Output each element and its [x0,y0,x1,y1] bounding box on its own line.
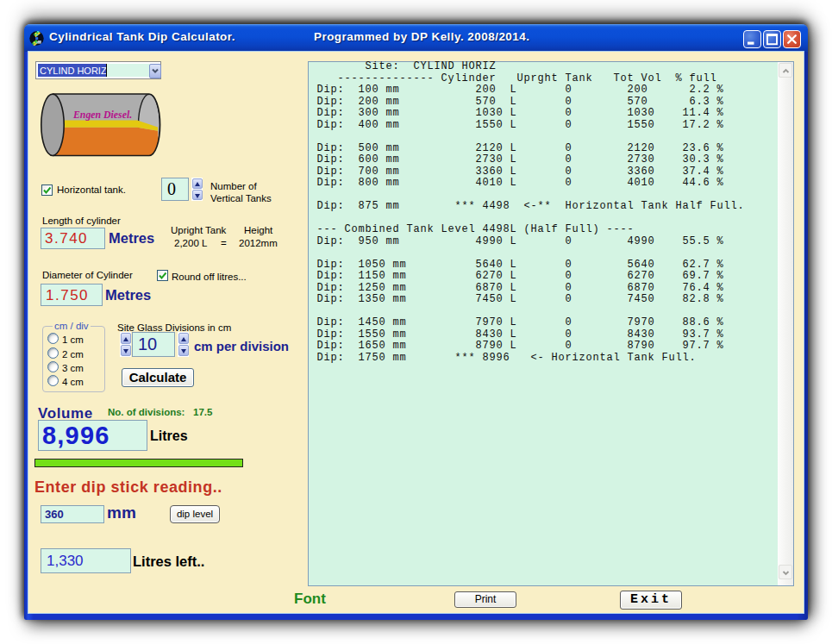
svg-text:Engen Diesel.: Engen Diesel. [72,109,132,121]
